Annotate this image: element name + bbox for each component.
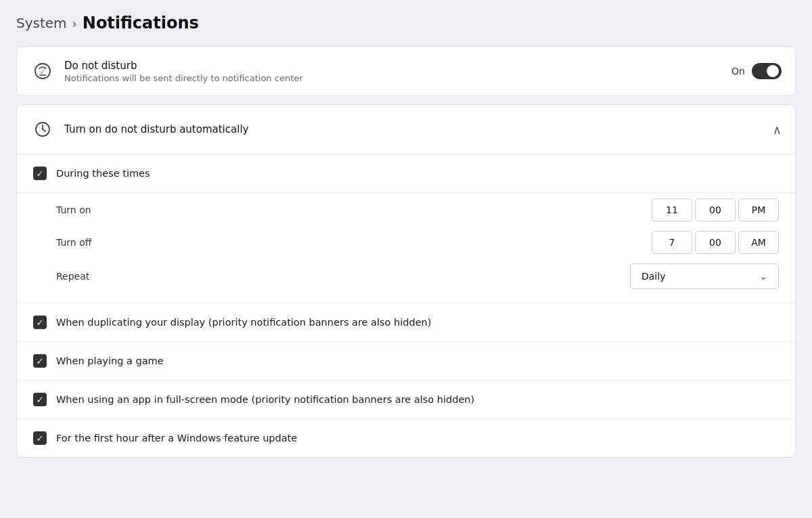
- during-times-label: During these times: [56, 168, 150, 179]
- during-times-row: During these times: [17, 154, 795, 193]
- dnd-row: z z z Do not disturb Notifications will …: [17, 47, 795, 95]
- fullscreen-label: When using an app in full-screen mode (p…: [56, 394, 474, 405]
- repeat-value: Daily: [641, 271, 665, 282]
- dnd-subtitle: Notifications will be sent directly to n…: [64, 73, 731, 83]
- times-section: Turn on 11 00 PM Turn off 7 00 AM Repeat: [17, 193, 795, 303]
- repeat-row: Repeat Daily ⌄: [56, 263, 779, 289]
- breadcrumb-system[interactable]: System: [16, 15, 67, 31]
- dnd-text: Do not disturb Notifications will be sen…: [64, 60, 731, 83]
- clock-icon: [30, 117, 55, 142]
- turn-off-minute[interactable]: 00: [695, 231, 736, 254]
- breadcrumb-separator: ›: [72, 16, 77, 30]
- do-not-disturb-card: z z z Do not disturb Notifications will …: [16, 46, 796, 96]
- repeat-chevron-icon: ⌄: [759, 271, 767, 282]
- playing-game-label: When playing a game: [56, 355, 164, 366]
- playing-game-row: When playing a game: [17, 342, 795, 381]
- duplicating-display-row: When duplicating your display (priority …: [17, 303, 795, 342]
- turn-on-label: Turn on: [56, 204, 137, 215]
- svg-line-7: [43, 129, 45, 131]
- turn-on-minute[interactable]: 00: [695, 198, 736, 221]
- turn-on-period[interactable]: PM: [738, 198, 779, 221]
- do-not-disturb-icon: z z z: [30, 59, 55, 83]
- dnd-toggle-area: On: [731, 63, 782, 79]
- turn-off-row: Turn off 7 00 AM: [56, 231, 779, 254]
- windows-update-checkbox[interactable]: [33, 431, 47, 445]
- auto-dnd-card: Turn on do not disturb automatically ∧ D…: [16, 104, 796, 458]
- fullscreen-checkbox[interactable]: [33, 393, 47, 406]
- repeat-label: Repeat: [56, 271, 137, 282]
- dnd-title: Do not disturb: [64, 60, 731, 72]
- chevron-up-icon: ∧: [773, 123, 782, 137]
- breadcrumb: System › Notifications: [16, 14, 796, 33]
- auto-dnd-header-title: Turn on do not disturb automatically: [64, 123, 773, 135]
- duplicating-display-label: When duplicating your display (priority …: [56, 317, 431, 328]
- dnd-toggle[interactable]: [752, 63, 782, 79]
- turn-on-fields: 11 00 PM: [652, 198, 779, 221]
- turn-off-label: Turn off: [56, 237, 137, 248]
- turn-off-hour[interactable]: 7: [652, 231, 692, 254]
- toggle-label: On: [731, 66, 745, 77]
- during-times-checkbox[interactable]: [33, 167, 47, 180]
- turn-off-period[interactable]: AM: [738, 231, 779, 254]
- duplicating-display-checkbox[interactable]: [33, 316, 47, 329]
- playing-game-checkbox[interactable]: [33, 354, 47, 368]
- windows-update-label: For the first hour after a Windows featu…: [56, 433, 297, 444]
- expanded-section: During these times Turn on 11 00 PM Turn…: [17, 154, 795, 457]
- auto-dnd-header[interactable]: Turn on do not disturb automatically ∧: [17, 105, 795, 154]
- page-title: Notifications: [83, 14, 199, 33]
- turn-on-hour[interactable]: 11: [652, 198, 692, 221]
- turn-off-fields: 7 00 AM: [652, 231, 779, 254]
- windows-update-row: For the first hour after a Windows featu…: [17, 419, 795, 457]
- fullscreen-row: When using an app in full-screen mode (p…: [17, 381, 795, 419]
- repeat-select[interactable]: Daily ⌄: [630, 263, 779, 289]
- turn-on-row: Turn on 11 00 PM: [56, 198, 779, 221]
